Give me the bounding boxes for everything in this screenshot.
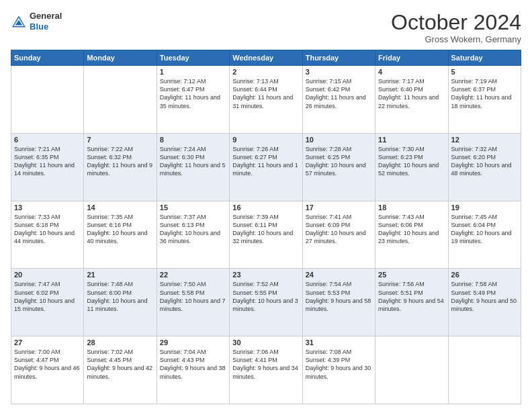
cell-info: Sunrise: 7:17 AM Sunset: 6:40 PM Dayligh… bbox=[378, 77, 445, 110]
day-number: 14 bbox=[87, 203, 153, 212]
day-number: 16 bbox=[232, 203, 299, 212]
day-number: 2 bbox=[232, 68, 299, 76]
day-number: 6 bbox=[14, 136, 81, 144]
cell-info: Sunrise: 7:28 AM Sunset: 6:25 PM Dayligh… bbox=[306, 145, 372, 178]
day-number: 12 bbox=[451, 136, 518, 144]
table-row: 26Sunrise: 7:58 AM Sunset: 5:49 PM Dayli… bbox=[448, 269, 521, 336]
table-row: 4Sunrise: 7:17 AM Sunset: 6:40 PM Daylig… bbox=[375, 66, 448, 134]
table-row: 30Sunrise: 7:06 AM Sunset: 4:41 PM Dayli… bbox=[230, 336, 302, 404]
cell-info: Sunrise: 7:43 AM Sunset: 6:06 PM Dayligh… bbox=[378, 213, 445, 246]
table-row: 10Sunrise: 7:28 AM Sunset: 6:25 PM Dayli… bbox=[302, 133, 375, 201]
day-number: 20 bbox=[14, 271, 81, 279]
table-row: 5Sunrise: 7:19 AM Sunset: 6:37 PM Daylig… bbox=[448, 66, 521, 134]
logo-text: General Blue bbox=[30, 11, 62, 32]
table-row: 6Sunrise: 7:21 AM Sunset: 6:35 PM Daylig… bbox=[11, 133, 84, 201]
table-row: 27Sunrise: 7:00 AM Sunset: 4:47 PM Dayli… bbox=[11, 336, 84, 404]
day-number: 24 bbox=[306, 271, 372, 279]
title-block: October 2024 Gross Wokern, Germany bbox=[391, 11, 521, 44]
cell-info: Sunrise: 7:45 AM Sunset: 6:04 PM Dayligh… bbox=[451, 213, 518, 246]
cell-info: Sunrise: 7:22 AM Sunset: 6:32 PM Dayligh… bbox=[87, 145, 153, 178]
cell-info: Sunrise: 7:13 AM Sunset: 6:44 PM Dayligh… bbox=[232, 77, 299, 110]
table-row: 18Sunrise: 7:43 AM Sunset: 6:06 PM Dayli… bbox=[375, 201, 448, 269]
calendar-row: 6Sunrise: 7:21 AM Sunset: 6:35 PM Daylig… bbox=[11, 133, 521, 201]
table-row: 20Sunrise: 7:47 AM Sunset: 6:02 PM Dayli… bbox=[11, 269, 84, 336]
cell-info: Sunrise: 7:47 AM Sunset: 6:02 PM Dayligh… bbox=[14, 280, 81, 313]
table-row: 8Sunrise: 7:24 AM Sunset: 6:30 PM Daylig… bbox=[157, 133, 229, 201]
col-wednesday: Wednesday bbox=[230, 50, 302, 66]
cell-info: Sunrise: 7:02 AM Sunset: 4:45 PM Dayligh… bbox=[87, 348, 153, 381]
col-sunday: Sunday bbox=[11, 50, 84, 66]
table-row bbox=[448, 336, 521, 404]
cell-info: Sunrise: 7:26 AM Sunset: 6:27 PM Dayligh… bbox=[232, 145, 299, 178]
cell-info: Sunrise: 7:56 AM Sunset: 5:51 PM Dayligh… bbox=[378, 280, 445, 313]
day-number: 25 bbox=[378, 271, 445, 279]
day-number: 10 bbox=[306, 136, 372, 144]
cell-info: Sunrise: 7:04 AM Sunset: 4:43 PM Dayligh… bbox=[160, 348, 226, 381]
table-row: 28Sunrise: 7:02 AM Sunset: 4:45 PM Dayli… bbox=[84, 336, 157, 404]
table-row: 9Sunrise: 7:26 AM Sunset: 6:27 PM Daylig… bbox=[230, 133, 302, 201]
day-number: 5 bbox=[451, 68, 518, 76]
table-row: 19Sunrise: 7:45 AM Sunset: 6:04 PM Dayli… bbox=[448, 201, 521, 269]
col-saturday: Saturday bbox=[448, 50, 521, 66]
header-row: Sunday Monday Tuesday Wednesday Thursday… bbox=[11, 50, 521, 66]
cell-info: Sunrise: 7:24 AM Sunset: 6:30 PM Dayligh… bbox=[160, 145, 226, 178]
table-row: 1Sunrise: 7:12 AM Sunset: 6:47 PM Daylig… bbox=[157, 66, 229, 134]
table-row: 22Sunrise: 7:50 AM Sunset: 5:58 PM Dayli… bbox=[157, 269, 229, 336]
day-number: 30 bbox=[232, 338, 299, 347]
day-number: 18 bbox=[378, 203, 445, 212]
cell-info: Sunrise: 7:30 AM Sunset: 6:23 PM Dayligh… bbox=[378, 145, 445, 178]
day-number: 23 bbox=[232, 271, 299, 279]
cell-info: Sunrise: 7:39 AM Sunset: 6:11 PM Dayligh… bbox=[232, 213, 299, 246]
table-row: 29Sunrise: 7:04 AM Sunset: 4:43 PM Dayli… bbox=[157, 336, 229, 404]
day-number: 27 bbox=[14, 338, 81, 347]
table-row: 14Sunrise: 7:35 AM Sunset: 6:16 PM Dayli… bbox=[84, 201, 157, 269]
table-row: 13Sunrise: 7:33 AM Sunset: 6:18 PM Dayli… bbox=[11, 201, 84, 269]
cell-info: Sunrise: 7:35 AM Sunset: 6:16 PM Dayligh… bbox=[87, 213, 153, 246]
cell-info: Sunrise: 7:15 AM Sunset: 6:42 PM Dayligh… bbox=[306, 77, 372, 110]
table-row: 17Sunrise: 7:41 AM Sunset: 6:09 PM Dayli… bbox=[302, 201, 375, 269]
table-row: 7Sunrise: 7:22 AM Sunset: 6:32 PM Daylig… bbox=[84, 133, 157, 201]
cell-info: Sunrise: 7:12 AM Sunset: 6:47 PM Dayligh… bbox=[160, 77, 226, 110]
day-number: 4 bbox=[378, 68, 445, 76]
calendar-row: 20Sunrise: 7:47 AM Sunset: 6:02 PM Dayli… bbox=[11, 269, 521, 336]
cell-info: Sunrise: 7:00 AM Sunset: 4:47 PM Dayligh… bbox=[14, 348, 81, 381]
cell-info: Sunrise: 7:58 AM Sunset: 5:49 PM Dayligh… bbox=[451, 280, 518, 313]
table-row: 23Sunrise: 7:52 AM Sunset: 5:55 PM Dayli… bbox=[230, 269, 302, 336]
day-number: 15 bbox=[160, 203, 226, 212]
cell-info: Sunrise: 7:06 AM Sunset: 4:41 PM Dayligh… bbox=[232, 348, 299, 381]
day-number: 19 bbox=[451, 203, 518, 212]
day-number: 26 bbox=[451, 271, 518, 279]
col-thursday: Thursday bbox=[302, 50, 375, 66]
table-row: 31Sunrise: 7:08 AM Sunset: 4:39 PM Dayli… bbox=[302, 336, 375, 404]
cell-info: Sunrise: 7:37 AM Sunset: 6:13 PM Dayligh… bbox=[160, 213, 226, 246]
table-row: 24Sunrise: 7:54 AM Sunset: 5:53 PM Dayli… bbox=[302, 269, 375, 336]
cell-info: Sunrise: 7:48 AM Sunset: 6:00 PM Dayligh… bbox=[87, 280, 153, 313]
day-number: 1 bbox=[160, 68, 226, 76]
table-row: 3Sunrise: 7:15 AM Sunset: 6:42 PM Daylig… bbox=[302, 66, 375, 134]
table-row: 16Sunrise: 7:39 AM Sunset: 6:11 PM Dayli… bbox=[230, 201, 302, 269]
cell-info: Sunrise: 7:33 AM Sunset: 6:18 PM Dayligh… bbox=[14, 213, 81, 246]
day-number: 21 bbox=[87, 271, 153, 279]
cell-info: Sunrise: 7:21 AM Sunset: 6:35 PM Dayligh… bbox=[14, 145, 81, 178]
cell-info: Sunrise: 7:50 AM Sunset: 5:58 PM Dayligh… bbox=[160, 280, 226, 313]
table-row bbox=[84, 66, 157, 134]
table-row: 15Sunrise: 7:37 AM Sunset: 6:13 PM Dayli… bbox=[157, 201, 229, 269]
day-number: 17 bbox=[306, 203, 372, 212]
page: General Blue October 2024 Gross Wokern, … bbox=[0, 0, 532, 411]
day-number: 9 bbox=[232, 136, 299, 144]
day-number: 13 bbox=[14, 203, 81, 212]
day-number: 28 bbox=[87, 338, 153, 347]
col-tuesday: Tuesday bbox=[157, 50, 229, 66]
col-friday: Friday bbox=[375, 50, 448, 66]
cell-info: Sunrise: 7:32 AM Sunset: 6:20 PM Dayligh… bbox=[451, 145, 518, 178]
calendar-row: 1Sunrise: 7:12 AM Sunset: 6:47 PM Daylig… bbox=[11, 66, 521, 134]
header: General Blue October 2024 Gross Wokern, … bbox=[11, 11, 521, 44]
day-number: 7 bbox=[87, 136, 153, 144]
calendar: Sunday Monday Tuesday Wednesday Thursday… bbox=[11, 50, 521, 404]
table-row: 25Sunrise: 7:56 AM Sunset: 5:51 PM Dayli… bbox=[375, 269, 448, 336]
month-title: October 2024 bbox=[391, 11, 521, 34]
cell-info: Sunrise: 7:08 AM Sunset: 4:39 PM Dayligh… bbox=[306, 348, 372, 381]
cell-info: Sunrise: 7:52 AM Sunset: 5:55 PM Dayligh… bbox=[232, 280, 299, 313]
day-number: 8 bbox=[160, 136, 226, 144]
location: Gross Wokern, Germany bbox=[391, 34, 521, 44]
